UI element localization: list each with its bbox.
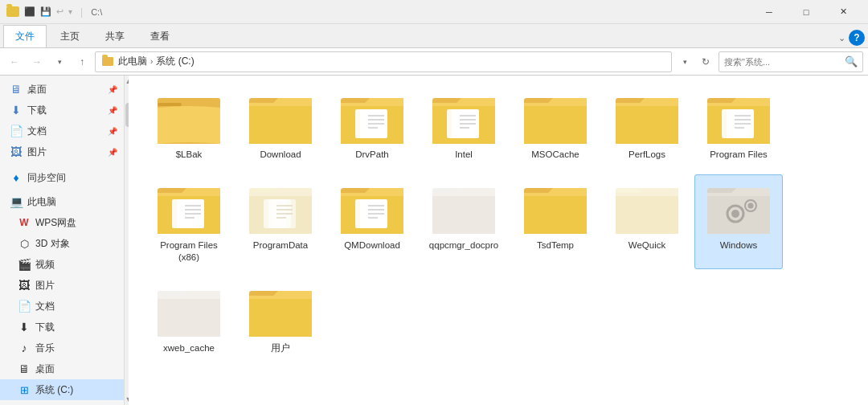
folder-programfiles-icon [706,89,771,145]
this-pc-icon: 💻 [10,195,23,208]
help-button[interactable]: ? [849,30,865,46]
titlebar-dropdown-icon[interactable]: ▾ [68,7,72,16]
sidebar-item-desktop2[interactable]: 🖥 桌面 [0,358,124,379]
pics-icon: 🖼 [10,145,23,158]
sidebar-item-this-pc[interactable]: 💻 此电脑 [0,191,124,212]
path-computer[interactable]: 此电脑 [118,55,147,68]
title-bar: ⬛ 💾 ↩ ▾ | C:\ ─ □ ✕ [0,0,868,24]
sidebar-item-music[interactable]: ♪ 音乐 [0,338,124,358]
folder-xwebcache-icon [157,283,221,339]
folder-intel[interactable]: Intel [420,84,508,166]
search-icon: 🔍 [845,55,858,68]
svg-point-61 [748,203,754,209]
folder-download-label: Download [260,149,301,161]
sidebar-item-label: 图片 [27,145,47,159]
folder-drvpath-label: DrvPath [355,149,389,161]
sidebar-item-onedrive[interactable]: ♦ 同步空间 [0,167,124,188]
sidebar-item-label: 下载 [35,321,55,334]
sidebar-item-desktop[interactable]: 🖥 桌面 📌 [0,79,124,100]
sidebar-item-pics2[interactable]: 🖼 图片 [0,275,124,296]
sidebar-item-download2[interactable]: ⬇ 下载 [0,317,124,338]
video-icon: 🎬 [18,258,31,271]
sidebar-item-label: 视频 [35,258,55,272]
folder-programdata[interactable]: ProgramData [236,174,325,269]
sidebar-item-label: 文档 [27,125,47,138]
docs-icon: 📄 [10,125,23,137]
sidebar-item-docs2[interactable]: 📄 文档 [0,296,124,317]
tab-file[interactable]: 文件 [3,25,47,47]
sidebar-wrapper: 🖥 桌面 📌 ⬇ 下载 📌 📄 文档 📌 🖼 图片 📌 [0,76,129,405]
sidebar-item-label: 音乐 [35,342,55,355]
folder-drvpath[interactable]: DrvPath [328,84,416,166]
title-bar-buttons: ─ □ ✕ [751,0,862,24]
sidebar-item-video[interactable]: 🎬 视频 [0,254,124,275]
titlebar-separator: | [80,6,83,18]
tab-home[interactable]: 主页 [48,25,92,47]
sidebar-item-3d[interactable]: ⬡ 3D 对象 [0,233,124,254]
tab-view[interactable]: 查看 [138,25,182,47]
sidebar-item-docs[interactable]: 📄 文档 📌 [0,121,124,141]
folder-programfiles[interactable]: Program Files [694,84,783,166]
undo-icon: ↩ [56,6,63,17]
folder-qmdownload[interactable]: QMDownload [328,174,416,269]
sidebar-item-wps[interactable]: W WPS网盘 [0,212,124,233]
sidebar-item-e-drive[interactable]: 💽 本地磁盘 (E:) [0,400,124,405]
maximize-button[interactable]: □ [788,0,825,24]
path-drive[interactable]: 系统 (C:) [156,55,194,68]
folder-qqpcmgr[interactable]: qqpcmgr_docpro [420,174,508,269]
folder-msocache[interactable]: MSOCache [511,84,600,166]
folder-drvpath-icon [340,89,404,145]
ribbon-expand-icon[interactable]: ⌄ [838,33,845,43]
sidebar-item-label: 图片 [35,279,55,292]
pin-icon-pics: 📌 [108,148,117,157]
folder-xwebcache[interactable]: xweb_cache [145,277,233,360]
c-drive-icon: ⊞ [18,384,31,396]
address-path[interactable]: 此电脑 › 系统 (C:) [95,51,672,72]
sidebar-item-label: 下载 [27,104,47,117]
close-button[interactable]: ✕ [825,0,862,24]
folder-tsdtemp[interactable]: TsdTemp [511,174,600,269]
3d-icon: ⬡ [18,238,31,250]
ribbon-tabs: 文件 主页 共享 查看 ⌄ ? [0,24,868,48]
path-sep1: › [150,57,153,66]
refresh-button[interactable]: ↻ [696,52,715,72]
forward-button[interactable]: → [27,52,47,72]
sidebar-item-pics[interactable]: 🖼 图片 📌 [0,141,124,162]
back-button[interactable]: ← [5,52,24,72]
folder-slbak[interactable]: $LBak [145,84,233,166]
folder-perflogs-label: PerfLogs [628,149,665,161]
minimize-button[interactable]: ─ [751,0,788,24]
search-input[interactable] [724,57,841,67]
folder-windows-icon [706,180,771,236]
search-box[interactable]: 🔍 [719,51,863,72]
address-dropdown[interactable]: ▾ [675,52,694,72]
app-icon [6,6,19,17]
path-display: C:\ [91,7,102,17]
folder-users-icon [248,283,313,339]
sidebar-item-label: 此电脑 [27,195,56,209]
tab-share[interactable]: 共享 [93,25,137,47]
folder-users-label: 用户 [271,342,290,354]
folder-slbak-label: $LBak [176,149,203,161]
folder-perflogs[interactable]: PerfLogs [603,84,691,166]
sidebar-item-c-drive[interactable]: ⊞ 系统 (C:) [0,379,124,400]
folder-msocache-label: MSOCache [531,149,579,161]
recent-button[interactable]: ▾ [50,52,69,72]
up-button[interactable]: ↑ [72,52,92,72]
sidebar-item-label: WPS网盘 [35,216,76,230]
folder-slbak-icon [157,89,221,145]
folder-download[interactable]: Download [236,84,325,166]
music-icon: ♪ [18,342,31,354]
folder-users[interactable]: 用户 [236,277,325,360]
folder-programfiles86[interactable]: Program Files (x86) [145,174,233,269]
folder-intel-label: Intel [455,149,473,161]
folder-xwebcache-label: xweb_cache [163,342,215,354]
folder-windows[interactable]: Windows [694,174,783,269]
sidebar-item-download[interactable]: ⬇ 下载 📌 [0,100,124,121]
download-icon: ⬇ [10,104,23,117]
folder-tsdtemp-icon [523,180,588,236]
folder-wequick[interactable]: WeQuick [603,174,691,269]
pin-icon-download: 📌 [108,106,117,115]
sidebar-item-label: 文档 [35,300,55,313]
pin-icon-desktop: 📌 [108,85,117,94]
